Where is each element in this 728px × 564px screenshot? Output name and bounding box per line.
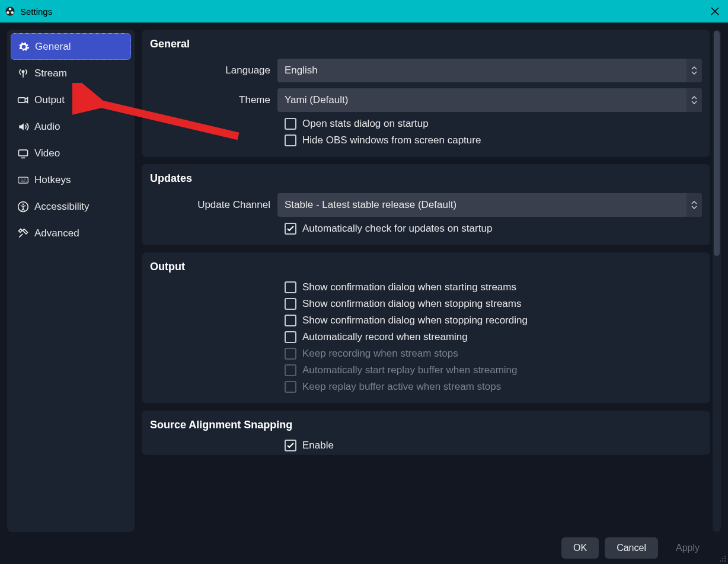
ok-button[interactable]: OK — [561, 537, 599, 559]
sidebar-item-label: Output — [34, 94, 65, 106]
confirm-stop-record-checkbox[interactable] — [285, 315, 296, 326]
svg-point-1 — [9, 8, 12, 11]
confirm-stop-stream-checkbox[interactable] — [285, 298, 296, 310]
spinner-icon — [687, 88, 702, 112]
checkbox-label: Show confirmation dialog when stopping s… — [302, 298, 521, 310]
titlebar: Settings — [0, 0, 728, 23]
update-channel-select[interactable]: Stable - Latest stable release (Default) — [277, 193, 702, 217]
gear-icon — [17, 40, 30, 53]
svg-point-4 — [22, 70, 24, 72]
language-select[interactable]: English — [277, 59, 702, 82]
svg-point-3 — [11, 11, 14, 14]
sidebar-item-audio[interactable]: Audio — [11, 113, 131, 140]
select-value: Yami (Default) — [285, 94, 348, 106]
language-label: Language — [150, 65, 277, 76]
speaker-icon — [17, 120, 30, 133]
scrollbar[interactable] — [713, 30, 721, 532]
sidebar-item-label: Accessibility — [34, 201, 90, 213]
svg-rect-7 — [18, 177, 28, 183]
antenna-icon — [17, 67, 30, 80]
sidebar-item-label: Advanced — [34, 227, 79, 239]
keep-replay-checkbox — [285, 381, 296, 393]
select-value: Stable - Latest stable release (Default) — [285, 199, 456, 211]
section-snapping: Source Alignment Snapping Enable — [142, 411, 710, 455]
checkbox-label: Keep replay buffer active when stream st… — [302, 381, 501, 393]
checkbox-label: Show confirmation dialog when stopping r… — [302, 315, 528, 326]
sidebar-item-hotkeys[interactable]: Hotkeys — [11, 166, 131, 193]
cancel-button[interactable]: Cancel — [605, 537, 658, 559]
section-title: Output — [150, 261, 702, 273]
sidebar-item-label: Stream — [34, 68, 67, 79]
spinner-icon — [687, 193, 702, 217]
open-stats-checkbox[interactable] — [285, 118, 296, 130]
section-general: General Language English — [142, 30, 710, 157]
theme-label: Theme — [150, 94, 277, 106]
keep-recording-checkbox — [285, 348, 296, 360]
sidebar-item-stream[interactable]: Stream — [11, 60, 131, 86]
sidebar-item-advanced[interactable]: Advanced — [11, 220, 131, 246]
section-title: Updates — [150, 172, 702, 185]
sidebar-item-accessibility[interactable]: Accessibility — [11, 193, 131, 220]
spinner-icon — [687, 59, 702, 82]
checkbox-label: Hide OBS windows from screen capture — [302, 134, 481, 146]
checkbox-label: Automatically start replay buffer when s… — [302, 364, 518, 376]
checkbox-label: Enable — [302, 440, 334, 451]
sidebar: General Stream Output Audio Video Hotkey… — [7, 30, 135, 532]
section-updates: Updates Update Channel Stable - Latest s… — [142, 164, 710, 245]
auto-record-checkbox[interactable] — [285, 331, 296, 343]
confirm-start-stream-checkbox[interactable] — [285, 281, 296, 293]
auto-update-checkbox[interactable] — [285, 223, 296, 235]
checkbox-label: Open stats dialog on startup — [302, 118, 429, 130]
close-button[interactable] — [707, 3, 723, 20]
select-value: English — [285, 65, 318, 76]
scroll-thumb[interactable] — [714, 31, 720, 256]
svg-point-13 — [722, 558, 723, 559]
checkbox-label: Automatically record when streaming — [302, 331, 468, 343]
svg-point-2 — [7, 11, 9, 14]
svg-rect-5 — [18, 97, 25, 102]
auto-replay-checkbox — [285, 364, 296, 376]
settings-window: Settings General Stream Output Audio — [0, 0, 728, 564]
sidebar-item-label: Hotkeys — [34, 174, 71, 186]
apply-button: Apply — [664, 537, 711, 559]
section-output: Output Show confirmation dialog when sta… — [142, 252, 710, 403]
sidebar-item-label: General — [35, 41, 71, 53]
update-channel-label: Update Channel — [150, 199, 277, 211]
svg-point-14 — [724, 560, 726, 562]
svg-rect-6 — [19, 150, 28, 156]
section-title: General — [150, 38, 702, 50]
sidebar-item-general[interactable]: General — [11, 33, 131, 60]
snapping-enable-checkbox[interactable] — [285, 440, 296, 451]
svg-point-12 — [724, 558, 726, 559]
sidebar-item-video[interactable]: Video — [11, 140, 131, 166]
sidebar-item-label: Audio — [34, 121, 60, 133]
accessibility-icon — [17, 200, 30, 213]
svg-point-11 — [724, 556, 726, 557]
content-area: General Language English — [142, 30, 710, 532]
camera-output-icon — [17, 94, 30, 107]
app-icon — [5, 6, 15, 17]
checkbox-label: Automatically check for updates on start… — [302, 223, 492, 235]
window-title: Settings — [20, 7, 52, 17]
sidebar-item-label: Video — [34, 148, 60, 159]
monitor-icon — [17, 147, 30, 160]
sidebar-item-output[interactable]: Output — [11, 86, 131, 113]
checkbox-label: Keep recording when stream stops — [302, 348, 458, 360]
checkbox-label: Show confirmation dialog when starting s… — [302, 281, 516, 293]
hide-obs-checkbox[interactable] — [285, 134, 296, 146]
svg-point-16 — [720, 560, 721, 562]
svg-point-9 — [23, 203, 24, 205]
theme-select[interactable]: Yami (Default) — [277, 88, 702, 112]
svg-point-15 — [722, 560, 723, 562]
section-title: Source Alignment Snapping — [150, 419, 702, 431]
tools-icon — [17, 227, 30, 240]
footer: OK Cancel Apply — [0, 532, 728, 564]
resize-grip[interactable] — [719, 555, 727, 563]
keyboard-icon — [17, 174, 30, 187]
